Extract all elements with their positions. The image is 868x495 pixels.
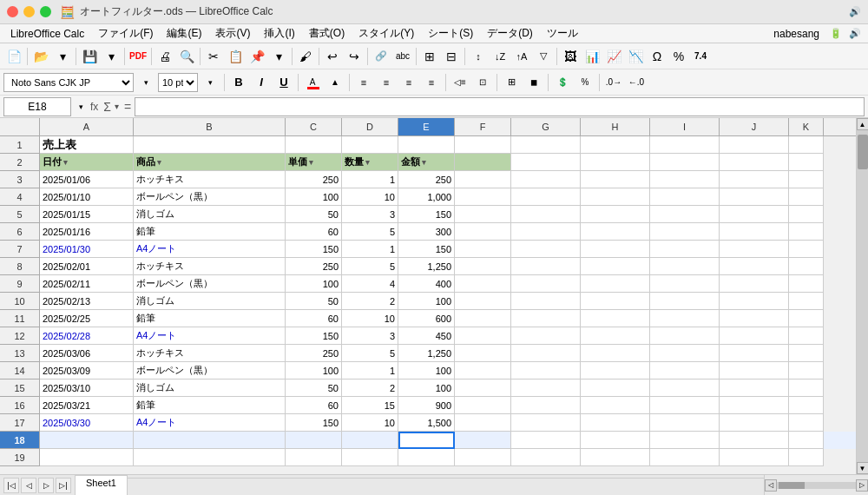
cell-d5[interactable]: 3 (342, 206, 398, 223)
cell-a3[interactable]: 2025/01/06 (40, 171, 134, 188)
cell-j2[interactable] (720, 154, 789, 171)
cell-j13[interactable] (720, 345, 789, 362)
sheet-tab-1[interactable]: Sheet1 (75, 475, 128, 495)
scroll-down-button[interactable]: ▼ (857, 462, 869, 474)
percent2-button[interactable]: % (575, 72, 595, 93)
formula-sigma-icon[interactable]: Σ (103, 100, 111, 114)
cell-i17[interactable] (650, 414, 720, 432)
cell-i15[interactable] (650, 380, 720, 397)
cell-ref-arrow[interactable]: ▾ (75, 96, 87, 117)
autofilter-a2[interactable]: ▾ (62, 158, 69, 167)
cell-f14[interactable] (455, 362, 511, 380)
cell-h6[interactable] (581, 223, 650, 241)
redo-button[interactable]: ↪ (344, 46, 365, 67)
menu-file[interactable]: ファイル(F) (91, 24, 160, 43)
cell-a14[interactable]: 2025/03/09 (40, 362, 134, 380)
cell-k15[interactable] (789, 380, 824, 397)
cell-a12[interactable]: 2025/02/28 (40, 327, 134, 345)
cell-h3[interactable] (581, 171, 650, 188)
cell-h2[interactable] (581, 154, 650, 171)
cell-c10[interactable]: 50 (286, 293, 342, 310)
cell-g5[interactable] (511, 206, 581, 223)
cell-j10[interactable] (720, 293, 789, 310)
cell-a6[interactable]: 2025/01/16 (40, 223, 134, 241)
menu-tools[interactable]: ツール (540, 24, 585, 43)
cell-i19[interactable] (650, 449, 720, 466)
cell-k19[interactable] (789, 449, 824, 466)
cell-k6[interactable] (789, 223, 824, 241)
cell-g7[interactable] (511, 241, 581, 258)
cell-a17[interactable]: 2025/03/30 (40, 414, 134, 432)
sheet-nav-next[interactable]: ▷ (38, 478, 54, 493)
cell-g9[interactable] (511, 275, 581, 293)
sort-desc-button[interactable]: ↓Z (490, 46, 510, 67)
cell-d16[interactable]: 15 (342, 397, 398, 414)
highlight-button[interactable]: ▲ (325, 72, 345, 93)
cell-a9[interactable]: 2025/02/11 (40, 275, 134, 293)
cell-d13[interactable]: 5 (342, 345, 398, 362)
cell-d15[interactable]: 2 (342, 380, 398, 397)
row-header[interactable]: 2 (0, 154, 40, 171)
cell-b15[interactable]: 消しゴム (134, 380, 286, 397)
scroll-track[interactable] (857, 130, 869, 462)
hyperlink-button[interactable]: 🔗 (371, 46, 391, 67)
align-justify-button[interactable]: ≡ (421, 72, 442, 93)
cell-g6[interactable] (511, 223, 581, 241)
formula-fx-icon[interactable]: fx (90, 101, 98, 113)
row-header[interactable]: 14 (0, 362, 40, 380)
cell-k9[interactable] (789, 275, 824, 293)
cell-d4[interactable]: 10 (342, 188, 398, 206)
cell-a15[interactable]: 2025/03/10 (40, 380, 134, 397)
cell-e16[interactable]: 900 (398, 397, 455, 414)
cell-e17[interactable]: 1,500 (398, 414, 455, 432)
format-paint-button[interactable]: 🖌 (295, 46, 316, 67)
cell-h8[interactable] (581, 258, 650, 275)
cell-d19[interactable] (342, 449, 398, 466)
cell-d11[interactable]: 10 (342, 310, 398, 327)
cell-d10[interactable]: 2 (342, 293, 398, 310)
cell-h5[interactable] (581, 206, 650, 223)
bg-color-button[interactable]: ◼ (523, 72, 544, 93)
cell-c12[interactable]: 150 (286, 327, 342, 345)
cell-g12[interactable] (511, 327, 581, 345)
cell-f8[interactable] (455, 258, 511, 275)
menu-format[interactable]: 書式(O) (302, 24, 352, 43)
cell-f7[interactable] (455, 241, 511, 258)
cell-h9[interactable] (581, 275, 650, 293)
cell-k16[interactable] (789, 397, 824, 414)
cell-d14[interactable]: 1 (342, 362, 398, 380)
cell-g17[interactable] (511, 414, 581, 432)
insert-chart3-button[interactable]: 📉 (625, 46, 646, 67)
row-header[interactable]: 4 (0, 188, 40, 206)
font-size-select[interactable]: 10 pt (158, 73, 198, 92)
merge-button[interactable]: ⊡ (472, 72, 493, 93)
cell-h10[interactable] (581, 293, 650, 310)
maximize-button[interactable] (40, 6, 51, 17)
cell-i7[interactable] (650, 241, 720, 258)
col-header-h[interactable]: H (581, 118, 650, 135)
cell-e14[interactable]: 100 (398, 362, 455, 380)
cell-b8[interactable]: ホッチキス (134, 258, 286, 275)
cell-i2[interactable] (650, 154, 720, 171)
col-header-e[interactable]: E (398, 118, 455, 135)
filter-button[interactable]: ▽ (533, 46, 554, 67)
cell-b4[interactable]: ボールペン（黒） (134, 188, 286, 206)
menu-user[interactable]: nabesang (766, 26, 826, 42)
align-center-button[interactable]: ≡ (376, 72, 397, 93)
cell-c17[interactable]: 150 (286, 414, 342, 432)
cell-b3[interactable]: ホッチキス (134, 171, 286, 188)
cell-k5[interactable] (789, 206, 824, 223)
cell-h12[interactable] (581, 327, 650, 345)
cell-j19[interactable] (720, 449, 789, 466)
cell-e18[interactable] (398, 432, 455, 449)
insert-chart2-button[interactable]: 📈 (603, 46, 624, 67)
sort-asc-button[interactable]: ↕ (468, 46, 489, 67)
cell-g10[interactable] (511, 293, 581, 310)
cell-j12[interactable] (720, 327, 789, 345)
row-header[interactable]: 11 (0, 310, 40, 327)
vertical-scrollbar[interactable]: ▲ ▼ (856, 118, 868, 474)
cell-k18[interactable] (789, 432, 824, 449)
cell-j11[interactable] (720, 310, 789, 327)
cell-a8[interactable]: 2025/02/01 (40, 258, 134, 275)
cell-k3[interactable] (789, 171, 824, 188)
